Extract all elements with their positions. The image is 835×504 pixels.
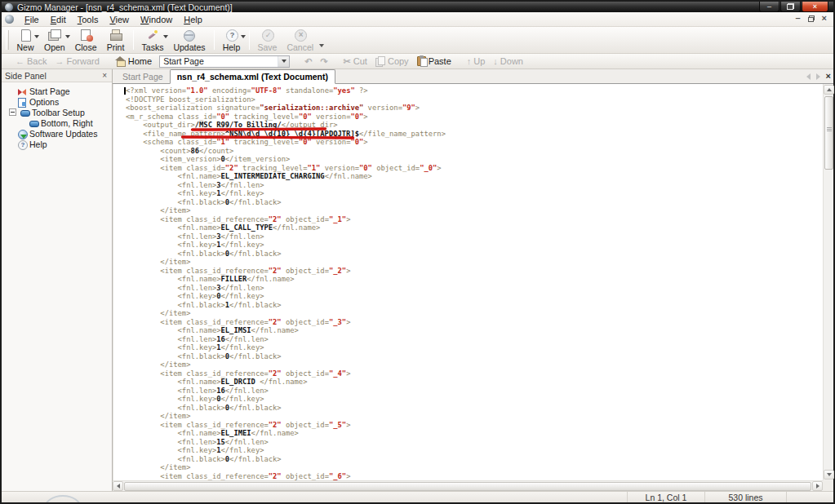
back-icon: ←: [16, 57, 24, 66]
home-button[interactable]: Home: [111, 55, 156, 67]
help-icon: [18, 140, 26, 148]
scroll-up-icon[interactable]: [824, 85, 834, 95]
scroll-right-icon[interactable]: [812, 481, 823, 491]
restore-button[interactable]: [780, 2, 801, 12]
sidebar-item-options[interactable]: Options: [7, 96, 112, 107]
copy-button[interactable]: Copy: [371, 55, 413, 67]
menu-tools[interactable]: Tools: [72, 13, 104, 26]
tab-nsn-r4-schema[interactable]: nsn_r4_schema.xml (Text Document): [170, 69, 335, 84]
horizontal-scrollbar[interactable]: [113, 480, 823, 491]
cursor-position-status: Ln 1, Col 1: [627, 492, 704, 502]
menu-window[interactable]: Window: [135, 13, 178, 26]
sidebar-item-toolbar-setup[interactable]: Toolbar Setup: [7, 107, 112, 117]
code-line: <item class_id_reference="2" object_id="…: [126, 472, 823, 481]
code-line: <fnl.key>0</fnl.key>: [126, 292, 823, 301]
globe-update-icon: [18, 130, 26, 138]
open-button[interactable]: Open: [39, 28, 70, 52]
toolbar-overflow-icon[interactable]: [319, 44, 324, 47]
tab-scroll-right-icon[interactable]: [816, 73, 820, 80]
code-line: <schema class_id="1" tracking_level="0" …: [126, 138, 823, 147]
tab-bar: Start Page nsn_r4_schema.xml (Text Docum…: [113, 69, 833, 84]
code-line: <fnl.black>1</fnl.black>: [126, 301, 823, 310]
toolbar-separator: [214, 30, 215, 50]
sidebar-item-software-updates[interactable]: Software Updates: [7, 128, 112, 139]
menu-view[interactable]: View: [104, 13, 135, 26]
code-line: <fnl.name>EL_IMSI</fnl.name>: [126, 326, 823, 335]
code-line: <fnl.name>EL_INTERMEDIATE_CHARGING</fnl.…: [126, 172, 823, 181]
close-doc-button[interactable]: Close: [70, 28, 102, 52]
print-button[interactable]: Print: [102, 28, 130, 52]
code-line: <?xml version="1.0" encoding="UTF-8" sta…: [126, 86, 823, 95]
mdi-restore-button[interactable]: [808, 15, 815, 22]
tab-close-icon[interactable]: ×: [826, 72, 831, 81]
tab-scroll-left-icon[interactable]: [806, 73, 811, 80]
menu-file[interactable]: File: [19, 13, 45, 26]
side-panel: Side Panel × Start Page Options Toolbar …: [2, 69, 113, 491]
chevron-down-icon[interactable]: [278, 56, 289, 67]
code-line: <item class_id_reference="2" object_id="…: [126, 421, 823, 430]
code-line: </item>: [126, 463, 823, 472]
sidebar-item-help[interactable]: Help: [7, 139, 112, 149]
code-line: <fnl.key>1</fnl.key>: [126, 189, 823, 198]
collapse-expander-icon[interactable]: [9, 108, 16, 116]
tasks-button[interactable]: Tasks: [137, 28, 169, 52]
help-button[interactable]: Help: [218, 28, 246, 52]
side-panel-tree: Start Page Options Toolbar Setup Bottom,…: [2, 82, 112, 491]
code-line: <fnl.len>3</fnl.len>: [126, 232, 823, 241]
code-line: <fnl.len>15</fnl.len>: [126, 438, 823, 447]
start-page-icon: [18, 87, 26, 95]
scroll-down-icon[interactable]: [824, 470, 834, 480]
code-line: <fnl.key>1</fnl.key>: [126, 446, 823, 455]
cancel-icon: [293, 29, 307, 42]
side-panel-title: Side Panel: [5, 71, 100, 81]
code-line: <item_version>0</item_version>: [126, 155, 823, 164]
back-button[interactable]: ← Back: [11, 55, 51, 67]
code-line: </item>: [126, 360, 823, 369]
new-button[interactable]: New: [11, 28, 39, 52]
cut-button[interactable]: ✂ Cut: [340, 55, 371, 67]
cancel-button[interactable]: Cancel: [282, 28, 318, 52]
address-combo[interactable]: Start Page: [159, 55, 290, 68]
restore-icon: [787, 3, 794, 10]
code-line: <fnl.black>0</fnl.black>: [126, 352, 823, 361]
scrollbar-corner: [823, 480, 833, 491]
vertical-scrollbar[interactable]: [823, 84, 833, 480]
down-button[interactable]: ↓ Down: [489, 55, 527, 67]
tab-start-page[interactable]: Start Page: [116, 70, 170, 83]
code-line: <fnl.black>0</fnl.black>: [126, 198, 823, 207]
sidebar-item-start-page[interactable]: Start Page: [7, 86, 112, 96]
sidebar-item-bottom-right[interactable]: Bottom, Right: [7, 117, 112, 128]
minimize-button[interactable]: –: [759, 2, 779, 12]
save-icon: [260, 29, 274, 42]
close-button[interactable]: ×: [802, 2, 828, 12]
paste-button[interactable]: Paste: [413, 55, 455, 67]
code-line: <fnl.key>1</fnl.key>: [126, 343, 823, 352]
side-panel-close-icon[interactable]: ×: [100, 72, 109, 80]
updates-button[interactable]: Updates: [168, 28, 210, 52]
save-button[interactable]: Save: [253, 28, 282, 52]
undo-button[interactable]: ↶: [300, 56, 316, 67]
nav-toolbar: ← Back → Forward Home Start Page ↶ ↷ ✂ C…: [2, 54, 833, 69]
help-dropdown-icon[interactable]: [241, 35, 246, 38]
menu-help[interactable]: Help: [178, 13, 208, 26]
new-icon: [19, 29, 33, 42]
up-button[interactable]: ↑ Up: [463, 55, 490, 67]
menu-edit[interactable]: Edit: [45, 13, 72, 26]
close-icon: ×: [813, 3, 817, 11]
horizontal-scroll-thumb[interactable]: [124, 482, 811, 491]
vertical-scroll-thumb[interactable]: [824, 96, 833, 170]
document-area: Start Page nsn_r4_schema.xml (Text Docum…: [113, 69, 833, 491]
xml-editor[interactable]: <?xml version="1.0" encoding="UTF-8" sta…: [113, 84, 833, 491]
forward-button[interactable]: → Forward: [51, 55, 103, 67]
window-controls: – ×: [759, 2, 828, 12]
code-line: <fnl.len>16</fnl.len>: [126, 335, 823, 344]
app-icon: [5, 3, 13, 11]
scroll-left-icon[interactable]: [113, 481, 123, 491]
redo-button[interactable]: ↷: [316, 56, 331, 67]
status-bar: Ln 1, Col 1 530 lines: [2, 491, 833, 502]
code-line: <fnl.name>EL_IMEI</fnl.name>: [126, 429, 823, 438]
code-view[interactable]: <?xml version="1.0" encoding="UTF-8" sta…: [113, 84, 823, 480]
code-line: <fnl.key>1</fnl.key>: [126, 241, 823, 250]
mdi-close-button[interactable]: ×: [822, 14, 827, 23]
mdi-minimize-button[interactable]: –: [795, 14, 800, 23]
